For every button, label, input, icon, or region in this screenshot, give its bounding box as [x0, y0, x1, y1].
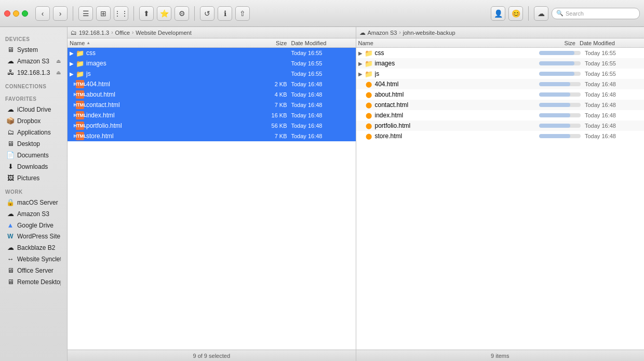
sidebar-item-remote-desktop[interactable]: 🖥 Remote Desktop — [2, 276, 65, 287]
left-file-row[interactable]: ▶ 📁 css Today 16:55 — [68, 48, 356, 58]
forward-button[interactable]: › — [53, 6, 68, 21]
search-icon: 🔍 — [556, 10, 564, 17]
minimize-button[interactable] — [13, 10, 19, 17]
left-file-row[interactable]: HTML store.html 7 KB Today 16:48 — [68, 131, 356, 141]
s3-progress — [539, 92, 581, 97]
s3-progress — [539, 103, 581, 107]
right-file-row[interactable]: ▶ 📁 js Today 16:55 — [356, 69, 645, 79]
left-path-icon: 🗂 — [71, 29, 77, 36]
sidebar-item-192168[interactable]: 🖧 192.168.1.3 ⏏ — [2, 67, 65, 78]
file-date: Today 16:48 — [585, 81, 642, 87]
search-box[interactable]: 🔍 Search — [552, 8, 640, 19]
dual-pane: 🗂 192.168.1.3 › Office › Website Develop… — [68, 27, 644, 361]
google-drive-icon: ▲ — [6, 221, 15, 229]
right-file-row[interactable]: ▶ 📁 css Today 16:55 — [356, 48, 645, 58]
left-col-date-header[interactable]: Date Modified — [291, 40, 354, 46]
left-col-headers[interactable]: Name ▲ Size Date Modified — [68, 38, 356, 48]
left-file-row[interactable]: HTML contact.html 7 KB Today 16:48 — [68, 100, 356, 110]
left-col-size-header[interactable]: Size — [260, 40, 291, 46]
sidebar-item-downloads[interactable]: ⬇ Downloads — [2, 161, 65, 172]
sidebar-item-office-server[interactable]: 🖥 Office Server — [2, 265, 65, 276]
right-file-row[interactable]: ⬤ portfolio.html Today 16:48 — [356, 121, 645, 131]
sidebar-item-wordpress[interactable]: W WordPress Site — [2, 231, 65, 242]
left-file-row[interactable]: HTML 404.html 2 KB Today 16:48 — [68, 79, 356, 89]
close-button[interactable] — [4, 10, 10, 17]
share2-button[interactable]: ⇧ — [235, 6, 250, 21]
sidebar-label-icloud: iCloud Drive — [17, 106, 61, 113]
left-file-row[interactable]: HTML about.html 4 KB Today 16:48 — [68, 89, 356, 100]
right-path-2: john-website-backup — [403, 30, 455, 36]
tag-button[interactable]: ⭐ — [157, 6, 171, 21]
back-button[interactable]: ‹ — [35, 6, 50, 21]
left-file-row[interactable]: ▶ 📁 images Today 16:55 — [68, 58, 356, 69]
sidebar-item-amazon-s3[interactable]: ☁ Amazon S3 ⏏ — [2, 56, 65, 66]
settings-button[interactable]: ⚙ — [175, 6, 189, 21]
eject-amazon-s3[interactable]: ⏏ — [56, 58, 61, 64]
eject-192168[interactable]: ⏏ — [56, 70, 61, 75]
separator3 — [194, 6, 195, 21]
s3-progress — [539, 51, 581, 55]
file-date: Today 16:55 — [291, 50, 354, 56]
folder-arrow: ▶ — [70, 71, 76, 77]
sidebar-item-pictures[interactable]: 🖼 Pictures — [2, 172, 65, 183]
traffic-lights — [4, 10, 28, 17]
profile-button[interactable]: 👤 — [491, 6, 505, 21]
view-columns-button[interactable]: ⊞ — [96, 6, 111, 21]
sidebar-label-google-drive: Google Drive — [17, 222, 61, 229]
sidebar-item-amazon-s3-work[interactable]: ☁ Amazon S3 — [2, 208, 65, 219]
sidebar-item-google-drive[interactable]: ▲ Google Drive — [2, 220, 65, 231]
left-file-row[interactable]: HTML index.html 16 KB Today 16:48 — [68, 110, 356, 121]
documents-icon: 📄 — [6, 151, 15, 159]
right-col-size-header[interactable]: Size — [533, 40, 580, 46]
right-file-row[interactable]: ▶ 📁 images Today 16:55 — [356, 58, 645, 69]
right-pane: ☁ Amazon S3 › john-website-backup Name S… — [356, 27, 645, 361]
right-col-date-header[interactable]: Date Modified — [580, 40, 642, 46]
maximize-button[interactable] — [22, 10, 28, 17]
right-file-row[interactable]: ⬤ contact.html Today 16:48 — [356, 100, 645, 110]
sidebar: Devices 🖥 System ☁ Amazon S3 ⏏ 🖧 192.168… — [0, 27, 68, 361]
sidebar-item-desktop[interactable]: 🖥 Desktop — [2, 138, 65, 149]
right-file-row[interactable]: ⬤ store.html Today 16:48 — [356, 131, 645, 141]
sidebar-item-icloud[interactable]: ☁ iCloud Drive — [2, 104, 65, 115]
devices-section: Devices — [0, 31, 67, 44]
left-col-name-header[interactable]: Name ▲ — [70, 40, 260, 46]
view-grid-button[interactable]: ⋮⋮ — [114, 6, 128, 21]
right-file-list: ▶ 📁 css Today 16:55 ▶ 📁 images Today 16:… — [356, 48, 645, 350]
share-button[interactable]: ⬆ — [139, 6, 154, 21]
connections-section: Connections — [0, 78, 67, 91]
s3-col-size — [538, 51, 585, 55]
right-col-name-header[interactable]: Name — [358, 40, 533, 46]
sidebar-item-backblaze[interactable]: ☁ Backblaze B2 — [2, 242, 65, 253]
emoji-button[interactable]: 😊 — [508, 6, 523, 21]
downloads-icon: ⬇ — [6, 163, 15, 170]
file-name: about.html — [86, 91, 260, 98]
info-button[interactable]: ℹ — [218, 6, 232, 21]
left-chevron-2: › — [132, 30, 133, 35]
separator4 — [528, 6, 529, 21]
left-file-row[interactable]: HTML portfolio.html 56 KB Today 16:48 — [68, 121, 356, 131]
view-list-button[interactable]: ☰ — [78, 6, 93, 21]
sync-button[interactable]: ↺ — [200, 6, 214, 21]
macos-server-icon: 🔒 — [6, 198, 15, 206]
sidebar-item-dropbox[interactable]: 📦 Dropbox — [2, 115, 65, 126]
sidebar-item-macos-server[interactable]: 🔒 macOS Server — [2, 197, 65, 208]
sidebar-label-downloads: Downloads — [17, 163, 61, 170]
sidebar-item-applications[interactable]: 🗂 Applications — [2, 127, 65, 138]
right-file-row[interactable]: ⬤ index.html Today 16:48 — [356, 110, 645, 121]
file-name: js — [86, 70, 260, 77]
right-file-row[interactable]: ⬤ about.html Today 16:48 — [356, 89, 645, 100]
sidebar-item-website-synclet[interactable]: ↔ Website Synclet — [2, 253, 65, 264]
favorites-section: Favorites — [0, 91, 67, 103]
cloud-button[interactable]: ☁ — [534, 6, 548, 21]
wordpress-icon: W — [6, 233, 15, 240]
right-file-row[interactable]: ⬤ 404.html Today 16:48 — [356, 79, 645, 89]
left-path-3: Website Development — [136, 30, 191, 36]
right-col-headers[interactable]: Name Size Date Modified — [356, 38, 645, 48]
s3-icon: ⬤ — [365, 90, 373, 99]
sidebar-label-desktop: Desktop — [17, 140, 61, 148]
s3-progress-fill — [539, 103, 570, 107]
left-file-row[interactable]: ▶ 📁 js Today 16:55 — [68, 69, 356, 79]
file-name: index.html — [86, 112, 260, 119]
sidebar-item-system[interactable]: 🖥 System — [2, 44, 65, 55]
sidebar-item-documents[interactable]: 📄 Documents — [2, 150, 65, 161]
